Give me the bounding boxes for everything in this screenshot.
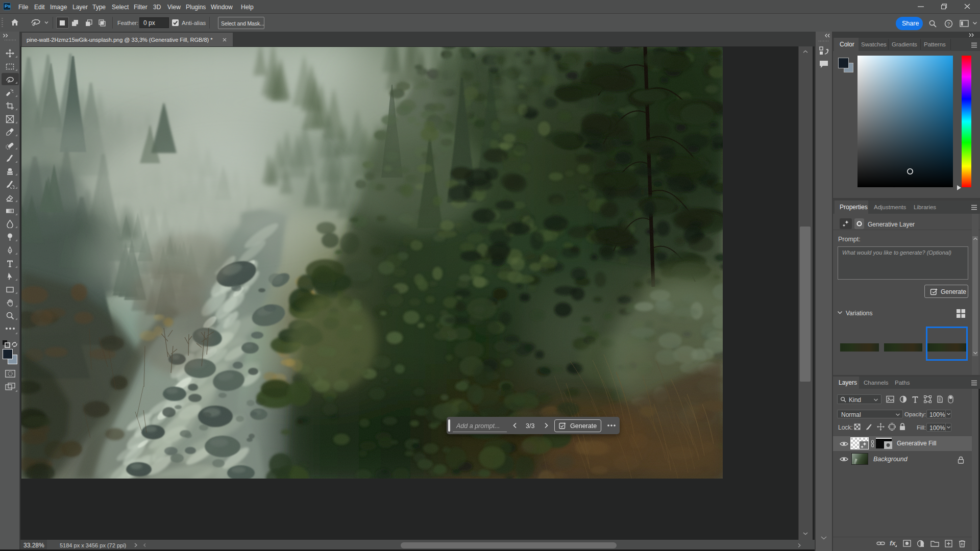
svg-text:?: ?: [947, 21, 950, 27]
